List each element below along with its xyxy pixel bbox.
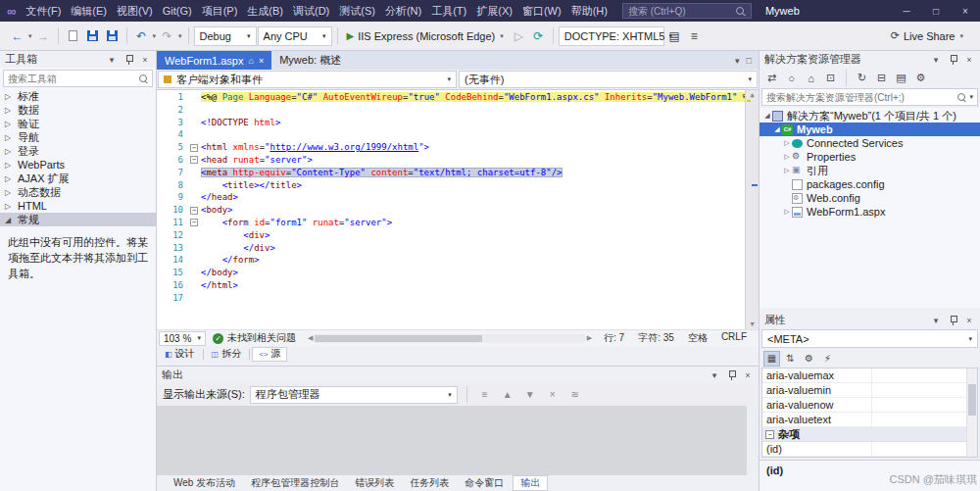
code-line[interactable]: 16</html> (157, 279, 745, 292)
code-line[interactable]: 8 <title></title> (157, 179, 745, 192)
toolbox-search-box[interactable] (3, 70, 153, 87)
menu-item[interactable]: 窗口(W) (517, 0, 566, 22)
minimize-button[interactable]: ─ (892, 0, 921, 22)
property-value[interactable] (872, 383, 977, 397)
output-source-select[interactable]: 程序包管理器 ▾ (250, 386, 458, 404)
expander-icon[interactable]: ▷ (5, 174, 14, 183)
home-icon[interactable]: ⌂ (803, 70, 819, 86)
alphabetical-icon[interactable]: ⇅ (782, 351, 799, 367)
tree-item-project[interactable]: ◢Myweb (760, 123, 980, 136)
quick-search-input[interactable] (628, 6, 732, 17)
comment-icon[interactable]: ≡ (685, 25, 704, 47)
pin-icon[interactable] (122, 54, 134, 65)
code-line[interactable]: 6−<head runat="server"> (157, 154, 745, 167)
expander-icon[interactable]: ▷ (782, 139, 792, 147)
toolbox-header[interactable]: 工具箱 ▾ × (0, 51, 156, 68)
output-content[interactable] (157, 406, 759, 475)
toolbox-category[interactable]: ▷WebParts (0, 158, 156, 172)
scroll-up-icon[interactable]: ▲ (746, 91, 759, 99)
code-line[interactable]: 13 </div> (157, 242, 745, 255)
toolbox-category[interactable]: ▷动态数据 (0, 185, 156, 199)
redo-icon[interactable]: ↷ (158, 25, 176, 47)
menu-item[interactable]: 分析(N) (380, 0, 426, 22)
code-line[interactable]: 14 </form> (157, 254, 745, 267)
new-file-icon[interactable] (64, 25, 82, 47)
property-row[interactable]: aria-valuemax (762, 368, 977, 383)
horizontal-scrollbar[interactable]: ◀ ▶ (308, 330, 592, 346)
start-debugging-button[interactable]: ▶ IIS Express (Microsoft Edge) ▾ (343, 25, 509, 47)
live-share-button[interactable]: ⟳ Live Share ▾ (891, 29, 972, 42)
code-line[interactable]: 7<meta http-equiv="Content-Type" content… (157, 167, 745, 179)
sync-with-active-document-icon[interactable]: ⇄ (763, 70, 780, 86)
output-scrollbar[interactable] (746, 406, 759, 475)
quick-search-box[interactable] (622, 3, 752, 19)
document-tab[interactable]: Myweb: 概述 (271, 51, 349, 70)
toolbox-category[interactable]: ◢常规 (0, 213, 156, 226)
toolbox-category[interactable]: ▷AJAX 扩展 (0, 172, 156, 185)
categorized-icon[interactable]: ▦ (763, 351, 780, 367)
code-line[interactable]: 17 (157, 292, 745, 305)
editor-vertical-scrollbar[interactable]: ▲ ▼ (745, 90, 759, 329)
solution-platforms-select[interactable]: Any CPU ▾ (258, 26, 332, 46)
chevron-down-icon[interactable]: ▾ (27, 32, 33, 40)
toolbox-category[interactable]: ▷数据 (0, 103, 156, 117)
solution-explorer-header[interactable]: 解决方案资源管理器 ▾ × (760, 51, 980, 68)
document-health-indicator[interactable]: ✓ 未找到相关问题 (213, 331, 296, 345)
property-value[interactable] (872, 442, 977, 456)
next-message-icon[interactable]: ▼ (521, 386, 539, 404)
toolbox-search-input[interactable] (8, 74, 135, 84)
code-line[interactable]: 11− <form id="form1" runat="server"> (157, 217, 745, 229)
code-line[interactable]: 4 (157, 128, 745, 141)
pin-icon[interactable] (947, 315, 958, 325)
property-row[interactable]: (id) (762, 442, 977, 457)
toolbox-category[interactable]: ▷登录 (0, 144, 156, 158)
property-value[interactable] (872, 413, 977, 426)
expander-icon[interactable]: ▷ (5, 106, 14, 115)
expander-icon[interactable]: ▷ (5, 92, 14, 101)
events-icon[interactable]: ⚡ (819, 351, 836, 367)
expander-icon[interactable]: ▷ (5, 133, 14, 142)
expander-icon[interactable]: ▷ (782, 167, 792, 174)
toolbox-category[interactable]: ▷验证 (0, 117, 156, 130)
doctype-select[interactable]: DOCTYPE: XHTML5 ▾ (559, 26, 664, 46)
close-icon[interactable]: × (963, 316, 975, 325)
menu-item[interactable]: 生成(B) (242, 0, 288, 22)
tab-list-chevron-icon[interactable]: ▾ (735, 56, 740, 66)
property-row[interactable]: aria-valuetext (762, 413, 977, 427)
panel-tab[interactable]: 输出 (513, 475, 548, 491)
chevron-down-icon[interactable]: ▾ (930, 316, 942, 325)
property-category-row[interactable]: − 杂项 (762, 427, 977, 442)
close-button[interactable]: × (951, 0, 980, 22)
design-view-button[interactable]: ◧设计 (159, 347, 201, 362)
space-mode-indicator[interactable]: 空格 (688, 331, 708, 345)
expander-icon[interactable]: ▷ (5, 120, 14, 128)
properties-view-icon[interactable]: ⚙ (801, 351, 817, 367)
close-icon[interactable]: × (139, 55, 151, 65)
scroll-left-icon[interactable]: ◀ (308, 334, 313, 342)
close-icon[interactable]: × (742, 370, 754, 380)
document-tab[interactable]: WebForm1.aspx⌂× (157, 51, 271, 70)
clear-all-icon[interactable]: × (544, 386, 562, 404)
code-line[interactable]: 2 (157, 104, 745, 117)
menu-item[interactable]: Git(G) (158, 0, 197, 22)
save-all-icon[interactable] (103, 25, 122, 47)
chevron-down-icon[interactable]: ▾ (969, 93, 973, 101)
nav-back-icon[interactable]: ← (8, 25, 26, 47)
properties-scrollbar[interactable] (966, 368, 977, 457)
expander-icon[interactable]: ◢ (5, 216, 14, 224)
chevron-down-icon[interactable]: ▾ (106, 55, 118, 65)
fold-toggle-icon[interactable]: − (190, 156, 198, 164)
menu-item[interactable]: 工具(T) (426, 0, 471, 22)
collapse-all-icon[interactable]: ⊟ (873, 70, 890, 86)
menu-item[interactable]: 项目(P) (197, 0, 243, 22)
menu-item[interactable]: 测试(S) (334, 0, 380, 22)
pending-changes-filter-icon[interactable]: ○ (783, 70, 800, 86)
show-all-files-icon[interactable]: ▤ (893, 70, 909, 86)
expander-icon[interactable]: ▷ (782, 208, 792, 216)
browser-link-refresh-icon[interactable]: ⟳ (529, 25, 548, 47)
panel-tab[interactable]: 命令窗口 (458, 475, 511, 491)
tree-item-services[interactable]: ▷Connected Services (760, 136, 980, 150)
expander-icon[interactable]: ▷ (5, 161, 14, 170)
chevron-down-icon[interactable]: ▾ (709, 370, 720, 380)
menu-item[interactable]: 文件(F) (21, 0, 66, 22)
